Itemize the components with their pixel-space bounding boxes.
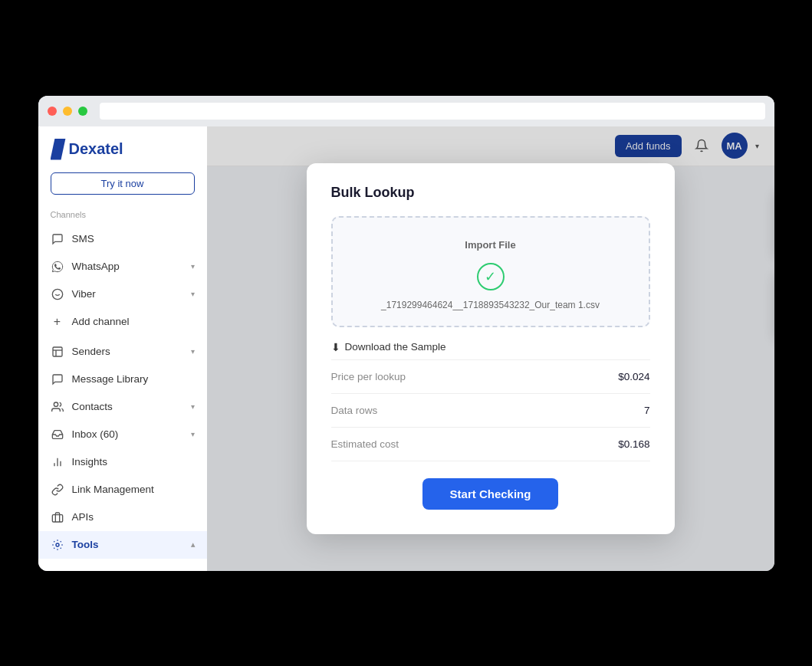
maximize-button[interactable]	[78, 107, 87, 116]
download-label: Download the Sample	[345, 341, 446, 353]
sidebar-item-link-management[interactable]: Link Management	[38, 476, 207, 504]
sidebar-item-whatsapp[interactable]: WhatsApp ▾	[38, 253, 207, 281]
data-rows-row: Data rows 7	[331, 394, 650, 428]
download-sample-link[interactable]: ⬇ Download the Sample	[331, 341, 650, 353]
sidebar-item-inbox[interactable]: Inbox (60) ▾	[38, 421, 207, 448]
insights-icon	[51, 455, 64, 469]
start-checking-button[interactable]: Start Checking	[422, 478, 559, 510]
sidebar-item-tools[interactable]: Tools ▴	[38, 531, 207, 559]
download-icon: ⬇	[331, 341, 340, 353]
contacts-icon	[51, 400, 64, 414]
sidebar-item-apis[interactable]: APIs	[38, 504, 207, 531]
tools-icon	[51, 538, 64, 552]
app-body: Dexatel Try it now Channels SMS WhatsApp…	[38, 126, 774, 571]
sms-label: SMS	[72, 233, 195, 244]
contacts-label: Contacts	[72, 401, 183, 412]
main-content: Add funds MA ▾	[207, 126, 774, 571]
apis-icon	[51, 510, 64, 524]
senders-label: Senders	[72, 346, 183, 357]
sidebar-item-insights[interactable]: Insights	[38, 448, 207, 476]
svg-rect-8	[52, 514, 62, 521]
file-upload-area[interactable]: Import File ✓ _1719299464624__1718893543…	[331, 216, 650, 327]
import-file-label: Import File	[465, 239, 515, 251]
data-rows-value: 7	[644, 405, 650, 416]
senders-icon	[51, 345, 64, 359]
whatsapp-chevron: ▾	[191, 262, 195, 271]
link-management-label: Link Management	[72, 484, 195, 495]
logo: Dexatel	[38, 139, 207, 172]
viber-icon	[51, 287, 64, 301]
estimated-cost-row: Estimated cost $0.168	[331, 428, 650, 461]
data-rows-label: Data rows	[331, 405, 378, 416]
estimated-cost-label: Estimated cost	[331, 438, 399, 450]
sidebar-item-sms[interactable]: SMS	[38, 225, 207, 253]
modal-overlay: CSV XLSX Bulk Lookup	[207, 126, 774, 571]
svg-point-9	[56, 543, 59, 546]
try-now-button[interactable]: Try it now	[51, 172, 195, 195]
modal-title: Bulk Lookup	[331, 185, 650, 201]
sidebar-item-message-library[interactable]: Message Library	[38, 366, 207, 393]
tools-chevron: ▴	[191, 540, 195, 549]
sidebar-item-add-channel[interactable]: + Add channel	[38, 308, 207, 336]
inbox-chevron: ▾	[191, 430, 195, 438]
viber-chevron: ▾	[191, 290, 195, 298]
sidebar-item-senders[interactable]: Senders ▾	[38, 338, 207, 366]
title-bar	[38, 96, 774, 126]
tools-label: Tools	[72, 539, 183, 550]
add-channel-icon: +	[51, 315, 64, 329]
estimated-cost-value: $0.168	[618, 438, 649, 450]
price-row: Price per lookup $0.024	[331, 360, 650, 394]
sidebar-item-viber[interactable]: Viber ▾	[38, 281, 207, 308]
apis-label: APIs	[72, 511, 195, 523]
close-button[interactable]	[48, 107, 57, 116]
minimize-button[interactable]	[63, 107, 72, 116]
price-label: Price per lookup	[331, 371, 406, 382]
inbox-icon	[51, 428, 64, 441]
contacts-chevron: ▾	[191, 402, 195, 411]
sidebar-item-contacts[interactable]: Contacts ▾	[38, 393, 207, 421]
file-check-icon: ✓	[477, 263, 505, 290]
file-name: _1719299464624__1718893543232_Our_team 1…	[381, 300, 600, 310]
senders-chevron: ▾	[191, 347, 195, 356]
message-library-label: Message Library	[72, 373, 195, 385]
info-table: Price per lookup $0.024 Data rows 7 Esti…	[331, 359, 650, 461]
price-value: $0.024	[618, 371, 649, 382]
sidebar: Dexatel Try it now Channels SMS WhatsApp…	[38, 126, 207, 571]
channels-label: Channels	[38, 207, 207, 225]
inbox-label: Inbox (60)	[72, 428, 183, 440]
link-management-icon	[51, 483, 64, 497]
message-library-icon	[51, 372, 64, 386]
app-window: Dexatel Try it now Channels SMS WhatsApp…	[38, 96, 774, 571]
insights-label: Insights	[72, 456, 195, 468]
sms-icon	[51, 232, 64, 246]
svg-rect-1	[53, 347, 62, 356]
whatsapp-icon	[51, 260, 64, 274]
svg-point-0	[52, 289, 62, 299]
svg-point-4	[54, 402, 58, 406]
add-channel-label: Add channel	[72, 316, 195, 327]
viber-label: Viber	[72, 288, 183, 300]
logo-text: Dexatel	[69, 140, 123, 158]
whatsapp-label: WhatsApp	[72, 261, 183, 272]
url-bar	[100, 103, 765, 120]
logo-icon	[51, 139, 66, 160]
bulk-lookup-modal: Bulk Lookup Import File ✓ _1719299464624…	[307, 163, 675, 534]
